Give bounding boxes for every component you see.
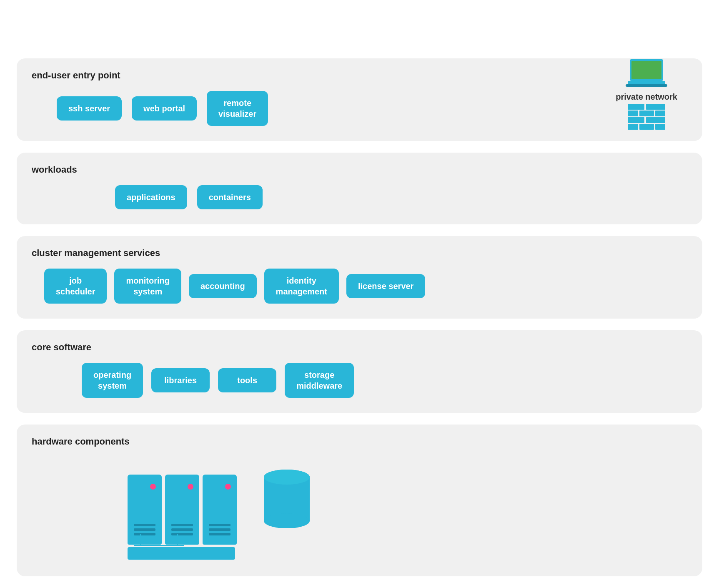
section-cluster-management: cluster management services job schedule… bbox=[17, 236, 702, 319]
server-led-2 bbox=[188, 484, 193, 490]
network-switch bbox=[128, 547, 235, 560]
storage-device bbox=[262, 465, 312, 530]
svg-rect-8 bbox=[655, 111, 665, 116]
web-portal-pill[interactable]: web portal bbox=[132, 96, 197, 121]
server-led-3 bbox=[225, 484, 231, 490]
server-tower-3 bbox=[203, 475, 237, 545]
license-server-pill[interactable]: license server bbox=[346, 274, 425, 298]
svg-point-16 bbox=[264, 513, 310, 528]
ssh-server-pill[interactable]: ssh server bbox=[57, 96, 122, 121]
storage-middleware-pill[interactable]: storage middleware bbox=[285, 363, 354, 398]
private-network-label: private network bbox=[616, 92, 677, 102]
section-entry-point: end-user entry point ssh server web port… bbox=[17, 58, 702, 141]
cluster-management-label: cluster management services bbox=[32, 248, 687, 259]
accounting-pill[interactable]: accounting bbox=[189, 274, 257, 298]
private-network-group: private network bbox=[616, 58, 677, 135]
server-tower-2 bbox=[165, 475, 199, 545]
hardware-label: hardware components bbox=[32, 436, 687, 447]
svg-rect-2 bbox=[628, 81, 665, 84]
remote-visualizer-pill[interactable]: remote visualizer bbox=[207, 91, 268, 126]
svg-rect-3 bbox=[626, 84, 667, 87]
monitoring-system-pill[interactable]: monitoring system bbox=[114, 269, 181, 304]
server-led-1 bbox=[150, 484, 156, 490]
svg-rect-13 bbox=[655, 124, 665, 130]
identity-management-pill[interactable]: identity management bbox=[264, 269, 339, 304]
page-container: private network end-user entry point ssh… bbox=[17, 58, 702, 576]
section-workloads: workloads applications containers bbox=[17, 153, 702, 224]
applications-pill[interactable]: applications bbox=[115, 185, 187, 209]
svg-rect-7 bbox=[639, 111, 654, 116]
containers-pill[interactable]: containers bbox=[197, 185, 263, 209]
operating-system-pill[interactable]: operating system bbox=[82, 363, 143, 398]
svg-rect-9 bbox=[628, 117, 644, 123]
core-software-label: core software bbox=[32, 342, 687, 353]
libraries-pill[interactable]: libraries bbox=[151, 368, 210, 392]
cluster-management-items: job scheduler monitoring system accounti… bbox=[32, 269, 687, 304]
svg-rect-1 bbox=[631, 61, 661, 79]
workloads-label: workloads bbox=[32, 164, 687, 175]
svg-rect-10 bbox=[646, 117, 665, 123]
laptop-icon bbox=[626, 58, 667, 90]
firewall-icon bbox=[628, 104, 665, 135]
entry-point-label: end-user entry point bbox=[32, 70, 619, 81]
job-scheduler-pill[interactable]: job scheduler bbox=[44, 269, 107, 304]
section-hardware: hardware components bbox=[17, 425, 702, 576]
svg-rect-11 bbox=[628, 124, 638, 130]
svg-point-17 bbox=[264, 470, 310, 485]
core-software-items: operating system libraries tools storage… bbox=[32, 363, 687, 398]
section-core-software: core software operating system libraries… bbox=[17, 330, 702, 413]
svg-rect-12 bbox=[639, 124, 654, 130]
server-tower-1 bbox=[128, 475, 162, 545]
svg-rect-5 bbox=[646, 104, 665, 110]
svg-rect-4 bbox=[628, 104, 644, 110]
entry-point-items: ssh server web portal remote visualizer bbox=[32, 91, 619, 126]
workloads-items: applications containers bbox=[32, 185, 687, 209]
svg-rect-6 bbox=[628, 111, 638, 116]
tools-pill[interactable]: tools bbox=[218, 368, 276, 392]
